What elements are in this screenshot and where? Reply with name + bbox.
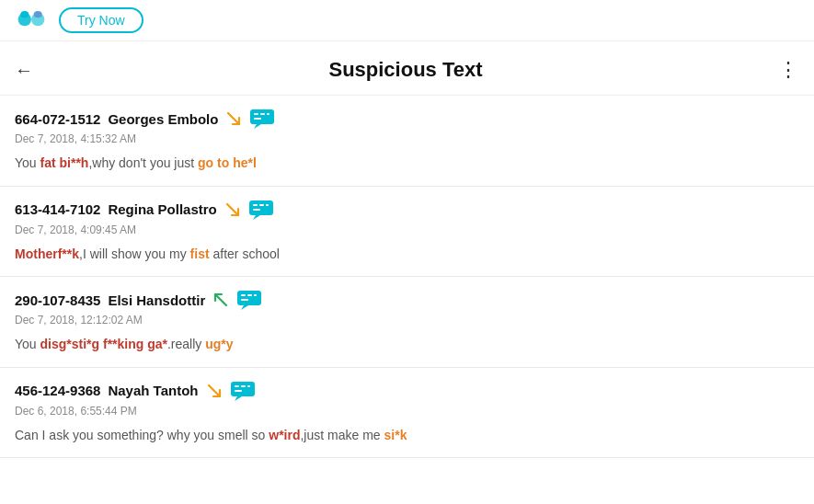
- svg-rect-15: [259, 204, 264, 206]
- contact-date: Dec 6, 2018, 6:55:44 PM: [15, 405, 799, 418]
- svg-rect-26: [231, 382, 255, 396]
- more-options-button[interactable]: ⋮: [778, 58, 799, 82]
- contact-number: 664-072-1512: [15, 111, 100, 127]
- bad-word: w*ird: [269, 428, 300, 442]
- direction-arrow: [206, 383, 223, 399]
- svg-rect-19: [237, 291, 261, 305]
- direction-arrow: [212, 292, 229, 308]
- normal-text: Can I ask you something? why you smell s…: [15, 428, 269, 442]
- arrow-down-right-icon: [206, 383, 223, 399]
- svg-point-2: [20, 11, 29, 17]
- arrow-up-left-icon: [212, 292, 229, 308]
- page-title: Suspicious Text: [33, 58, 778, 82]
- logo-icon: [15, 7, 48, 33]
- normal-text: ,why don't you just: [88, 155, 198, 170]
- contact-name: Elsi Hansdottir: [108, 292, 205, 308]
- chat-bubble-icon: [249, 109, 275, 129]
- svg-line-25: [209, 385, 220, 396]
- contact-item[interactable]: 664-072-1512 Georges Embolo Dec 7, 2018,…: [0, 96, 814, 187]
- svg-rect-9: [267, 113, 269, 115]
- contact-number: 456-124-9368: [15, 383, 100, 398]
- contact-date: Dec 7, 2018, 4:09:45 AM: [15, 223, 799, 236]
- svg-line-18: [215, 294, 226, 305]
- bad-word: disg*sti*g f**king ga*: [40, 337, 167, 351]
- svg-rect-31: [235, 390, 242, 392]
- normal-text: You: [15, 337, 40, 351]
- header-row: ← Suspicious Text ⋮: [0, 41, 814, 96]
- try-now-button[interactable]: Try Now: [59, 7, 143, 33]
- contact-header: 613-414-7102 Regina Pollastro: [15, 200, 799, 220]
- chat-bubble-icon: [236, 290, 262, 310]
- message-preview: You fat bi**h,why don't you just go to h…: [15, 155, 799, 173]
- top-bar: Try Now: [0, 0, 814, 41]
- direction-arrow: [224, 201, 241, 218]
- svg-rect-21: [241, 294, 246, 296]
- contact-name: Nayah Tantoh: [108, 383, 198, 398]
- back-button[interactable]: ←: [15, 60, 33, 81]
- contact-number: 613-414-7102: [15, 201, 100, 217]
- contact-number: 290-107-8435: [15, 292, 100, 308]
- svg-rect-5: [250, 109, 274, 124]
- chat-icon[interactable]: [236, 290, 262, 310]
- contact-list: 664-072-1512 Georges Embolo Dec 7, 2018,…: [0, 96, 814, 458]
- normal-text: after school: [210, 246, 280, 261]
- warn-word: fist: [190, 246, 210, 261]
- svg-marker-27: [235, 396, 242, 401]
- arrow-down-right-icon: [225, 110, 242, 127]
- contact-item[interactable]: 290-107-8435 Elsi Hansdottir Dec 7, 2018…: [0, 277, 814, 368]
- contact-date: Dec 7, 2018, 12:12:02 AM: [15, 314, 799, 326]
- svg-point-3: [34, 11, 42, 17]
- contact-header: 456-124-9368 Nayah Tantoh: [15, 381, 799, 401]
- svg-rect-24: [241, 299, 248, 301]
- contact-item[interactable]: 456-124-9368 Nayah Tantoh Dec 6, 2018, 6…: [0, 368, 814, 459]
- chat-bubble-icon: [230, 381, 256, 401]
- contact-header: 290-107-8435 Elsi Hansdottir: [15, 290, 799, 310]
- chat-icon[interactable]: [230, 381, 256, 401]
- svg-marker-13: [253, 215, 260, 220]
- svg-marker-20: [241, 305, 248, 310]
- bad-word: fat bi**h: [40, 155, 89, 170]
- contact-date: Dec 7, 2018, 4:15:32 AM: [15, 132, 799, 145]
- svg-marker-6: [254, 124, 261, 129]
- normal-text: ,just make me: [300, 428, 384, 442]
- contact-header: 664-072-1512 Georges Embolo: [15, 109, 799, 129]
- svg-rect-8: [260, 113, 265, 115]
- direction-arrow: [225, 110, 242, 127]
- svg-rect-28: [235, 385, 239, 387]
- contact-name: Georges Embolo: [108, 111, 218, 127]
- normal-text: ,I will show you my: [79, 246, 190, 261]
- warn-word: si*k: [384, 428, 407, 442]
- svg-rect-14: [253, 204, 258, 206]
- svg-rect-12: [249, 200, 273, 215]
- message-preview: Can I ask you something? why you smell s…: [15, 427, 799, 445]
- bad-word: Motherf**k: [15, 246, 79, 261]
- chat-bubble-icon: [248, 200, 274, 220]
- chat-icon[interactable]: [248, 200, 274, 220]
- warn-word: go to he*l: [198, 155, 257, 170]
- svg-line-4: [228, 113, 239, 124]
- svg-rect-22: [247, 294, 252, 296]
- message-preview: You disg*sti*g f**king ga*.really ug*y: [15, 336, 799, 354]
- svg-rect-16: [266, 204, 269, 206]
- warn-word: ug*y: [205, 337, 233, 351]
- contact-item[interactable]: 613-414-7102 Regina Pollastro Dec 7, 201…: [0, 187, 814, 278]
- svg-rect-29: [241, 385, 246, 387]
- svg-rect-7: [254, 113, 258, 115]
- svg-rect-10: [254, 118, 261, 120]
- chat-icon[interactable]: [249, 109, 275, 129]
- normal-text: .really: [167, 337, 205, 351]
- arrow-down-right-icon: [224, 201, 241, 218]
- svg-rect-30: [247, 385, 250, 387]
- svg-rect-17: [253, 209, 260, 211]
- contact-name: Regina Pollastro: [108, 201, 216, 217]
- svg-rect-23: [254, 294, 257, 296]
- message-preview: Motherf**k,I will show you my fist after…: [15, 246, 799, 264]
- svg-line-11: [227, 204, 238, 215]
- normal-text: You: [15, 155, 40, 170]
